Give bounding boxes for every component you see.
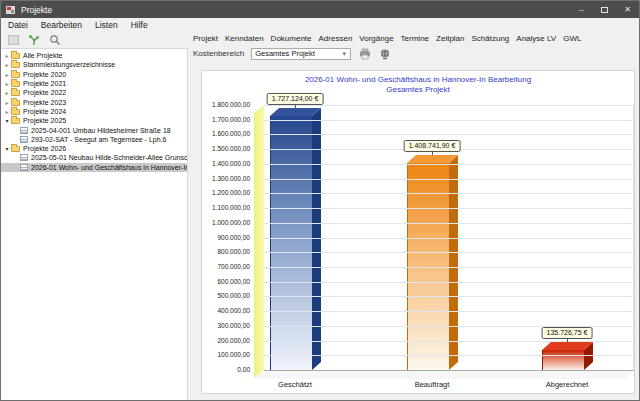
- maximize-button[interactable]: [593, 1, 616, 18]
- folder-icon: [11, 72, 20, 78]
- expand-arrow-icon[interactable]: ▸: [3, 52, 11, 59]
- tree-icon[interactable]: [28, 34, 40, 46]
- tree-item-label: 2025-05-01 Neubau Hilde-Schneider-Allee …: [31, 154, 187, 161]
- menubar: DateiBearbeitenListenHilfe: [1, 18, 639, 32]
- tree-item[interactable]: ▾Projekte 2025: [1, 116, 187, 125]
- expand-arrow-icon[interactable]: ▸: [3, 71, 11, 78]
- tab-vorgänge[interactable]: Vorgänge: [359, 34, 393, 43]
- menu-item-hilfe[interactable]: Hilfe: [131, 20, 148, 30]
- tree-item[interactable]: ▸Alle Projekte: [1, 51, 187, 60]
- tab-dokumente[interactable]: Dokumente: [271, 34, 312, 43]
- chart-title: 2026-01 Wohn- und Geschäftshaus in Hanno…: [202, 75, 634, 84]
- tree-item-label: Projekte 2026: [23, 145, 66, 152]
- gridline: [264, 134, 634, 135]
- window-title: Projekte: [21, 5, 52, 15]
- y-axis-tick-label: 1.300.000,00: [202, 175, 250, 182]
- project-doc-icon: [20, 136, 28, 143]
- tree-item-label: Projekte 2025: [23, 117, 66, 124]
- tree-item[interactable]: ▸Projekte 2021: [1, 79, 187, 88]
- tab-termine[interactable]: Termine: [401, 34, 429, 43]
- tree-item[interactable]: ▸Stammleistungsverzeichnisse: [1, 60, 187, 69]
- window-controls: – ✕: [570, 1, 639, 18]
- tree-item[interactable]: ▸Projekte 2022: [1, 88, 187, 97]
- project-doc-icon: [20, 127, 28, 134]
- chevron-down-icon: ▼: [341, 51, 347, 57]
- expand-arrow-icon[interactable]: ▸: [3, 108, 11, 115]
- main-body: ▸Alle Projekte▸Stammleistungsverzeichnis…: [1, 32, 639, 400]
- minimize-button[interactable]: –: [570, 1, 593, 18]
- gridline: [264, 341, 634, 342]
- costarea-select[interactable]: Gesamtes Projekt ▼: [251, 48, 351, 60]
- bar-geschätzt: [270, 116, 312, 370]
- gridline: [264, 208, 634, 209]
- tree-item-label: Alle Projekte: [23, 52, 62, 59]
- folder-icon: [11, 109, 20, 115]
- tab-gwl[interactable]: GWL: [563, 34, 581, 43]
- maximize-icon: [601, 7, 608, 13]
- print-button[interactable]: [358, 47, 371, 60]
- tree-item[interactable]: 2025-05-01 Neubau Hilde-Schneider-Allee …: [1, 153, 187, 162]
- bar-side-face-orange: [449, 155, 458, 370]
- tab-adressen[interactable]: Adressen: [319, 34, 353, 43]
- app-window: Projekte – ✕ DateiBearbeitenListenHilfe: [0, 0, 640, 401]
- gridline: [264, 193, 634, 194]
- collapse-arrow-icon[interactable]: ▾: [3, 117, 11, 124]
- tree-item[interactable]: 2025-04-001 Umbau Hildesheimer Straße 18: [1, 125, 187, 134]
- tree-item[interactable]: ▸Projekte 2023: [1, 97, 187, 106]
- tree-item-label: 2026-01 Wohn- und Geschäftshaus in Hanno…: [31, 164, 187, 171]
- folder-icon: [11, 81, 20, 87]
- new-icon[interactable]: [8, 35, 19, 45]
- tab-zeitplan[interactable]: Zeitplan: [436, 34, 464, 43]
- collapse-arrow-icon[interactable]: ▾: [3, 145, 11, 152]
- x-axis-category-label: Geschätzt: [278, 380, 312, 389]
- gridline: [264, 252, 634, 253]
- tab-kenndaten[interactable]: Kenndaten: [225, 34, 264, 43]
- gridline: [264, 164, 634, 165]
- tree-item[interactable]: ▸Projekte 2020: [1, 70, 187, 79]
- y-axis-tick-label: 1.700.000,00: [202, 116, 250, 123]
- gridline: [264, 296, 634, 297]
- gridline: [264, 355, 634, 356]
- chart-wall: [254, 105, 264, 378]
- print-icon: [359, 48, 371, 60]
- y-axis-tick-label: 800.000,00: [202, 248, 250, 255]
- globe-icon: [379, 48, 391, 60]
- expand-arrow-icon[interactable]: ▸: [3, 89, 11, 96]
- tree-item-label: Projekte 2022: [23, 89, 66, 96]
- close-button[interactable]: ✕: [616, 1, 639, 18]
- tab-analyse-lv[interactable]: Analyse LV: [516, 34, 556, 43]
- right-panel: ProjektKenndatenDokumenteAdressenVorgäng…: [188, 32, 639, 400]
- bar-top-face-orange: [407, 155, 458, 163]
- y-axis-tick-label: 1.000.000,00: [202, 219, 250, 226]
- toolbar: [1, 32, 188, 48]
- tab-schätzung[interactable]: Schätzung: [472, 34, 510, 43]
- y-axis-tick-label: 1.500.000,00: [202, 145, 250, 152]
- y-axis-tick-label: 200.000,00: [202, 337, 250, 344]
- expand-arrow-icon[interactable]: ▸: [3, 80, 11, 87]
- folder-icon: [11, 146, 20, 152]
- titlebar: Projekte – ✕: [1, 1, 639, 18]
- bar-top-face-red: [542, 342, 593, 350]
- y-axis-tick-label: 400.000,00: [202, 307, 250, 314]
- tree-item[interactable]: ▾Projekte 2026: [1, 144, 187, 153]
- search-icon[interactable]: [49, 34, 61, 46]
- menu-item-bearbeiten[interactable]: Bearbeiten: [41, 20, 82, 30]
- menu-item-datei[interactable]: Datei: [8, 20, 28, 30]
- tree-item[interactable]: ▸Projekte 2024: [1, 107, 187, 116]
- y-axis-tick-label: 1.100.000,00: [202, 204, 250, 211]
- tree-item[interactable]: 293-02-SAT - Seegut am Tegernsee - Lph.6: [1, 135, 187, 144]
- tab-projekt[interactable]: Projekt: [193, 34, 218, 43]
- gridline: [264, 238, 634, 239]
- tree-item[interactable]: 2026-01 Wohn- und Geschäftshaus in Hanno…: [1, 163, 187, 172]
- expand-arrow-icon[interactable]: ▸: [3, 61, 11, 68]
- publish-button[interactable]: [378, 47, 391, 60]
- gridline: [264, 267, 634, 268]
- menu-item-listen[interactable]: Listen: [95, 20, 118, 30]
- expand-arrow-icon[interactable]: ▸: [3, 99, 11, 106]
- bar-abgerechnet: [542, 350, 584, 370]
- y-axis-tick-label: 1.600.000,00: [202, 130, 250, 137]
- y-axis-tick-label: 1.800.000,00: [202, 101, 250, 108]
- costarea-label: Kostenbereich: [193, 49, 244, 58]
- chart-floor: [254, 370, 634, 379]
- left-panel: ▸Alle Projekte▸Stammleistungsverzeichnis…: [1, 32, 188, 400]
